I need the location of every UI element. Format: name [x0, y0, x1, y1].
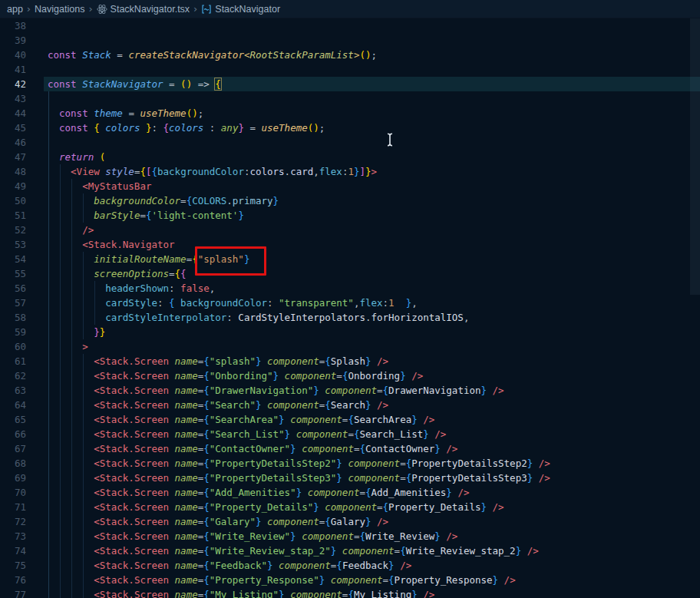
- code-text: <Stack.Screen name={"ContactOwner"} comp…: [48, 441, 457, 456]
- code-line[interactable]: 43: [0, 91, 700, 106]
- code-area[interactable]: 383940const Stack = createStackNavigator…: [0, 18, 700, 598]
- code-text: }}: [48, 325, 105, 339]
- line-number[interactable]: 43: [0, 91, 26, 106]
- line-number[interactable]: 58: [0, 310, 26, 325]
- code-line[interactable]: 49<MyStatusBar: [0, 179, 700, 193]
- line-number[interactable]: 53: [0, 237, 26, 252]
- line-number[interactable]: 46: [0, 135, 26, 150]
- line-number[interactable]: 75: [0, 558, 26, 573]
- line-number[interactable]: 72: [0, 514, 26, 529]
- line-number[interactable]: 64: [0, 398, 26, 412]
- code-line[interactable]: 76<Stack.Screen name={"Property_Response…: [0, 573, 700, 587]
- breadcrumb-label: app: [7, 4, 23, 15]
- breadcrumb-item-navigations[interactable]: Navigations: [35, 4, 84, 15]
- line-number[interactable]: 41: [0, 62, 26, 77]
- line-number[interactable]: 56: [0, 281, 26, 296]
- line-number[interactable]: 50: [0, 193, 26, 208]
- code-line[interactable]: 60>: [0, 339, 700, 354]
- line-number[interactable]: 70: [0, 485, 26, 500]
- line-number[interactable]: 69: [0, 471, 26, 485]
- code-line[interactable]: 50backgroundColor={COLORS.primary}: [0, 193, 700, 208]
- line-number[interactable]: 71: [0, 500, 26, 514]
- code-text: <Stack.Screen name={"Onbording"} compone…: [48, 368, 423, 383]
- code-line[interactable]: 61<Stack.Screen name={"splash"} componen…: [0, 354, 700, 368]
- line-number[interactable]: 44: [0, 106, 26, 121]
- code-line[interactable]: 69<Stack.Screen name={"PropertyDetailsSt…: [0, 471, 700, 485]
- code-line[interactable]: 62<Stack.Screen name={"Onbording"} compo…: [0, 368, 700, 383]
- code-line[interactable]: 56headerShown: false,: [0, 281, 700, 296]
- code-line[interactable]: 66<Stack.Screen name={"Search_List"} com…: [0, 427, 700, 441]
- line-number[interactable]: 48: [0, 164, 26, 179]
- code-text: <Stack.Screen name={"PropertyDetailsStep…: [48, 456, 550, 471]
- code-line[interactable]: 68<Stack.Screen name={"PropertyDetailsSt…: [0, 456, 700, 471]
- scrollbar[interactable]: [690, 18, 700, 295]
- breadcrumb-item-stacknavigator[interactable]: StackNavigator: [201, 4, 280, 15]
- line-number[interactable]: 45: [0, 121, 26, 135]
- code-line[interactable]: 67<Stack.Screen name={"ContactOwner"} co…: [0, 441, 700, 456]
- code-line[interactable]: 52/>: [0, 223, 700, 237]
- line-number[interactable]: 62: [0, 368, 26, 383]
- code-text: cardStyleInterpolator: CardStyleInterpol…: [48, 310, 469, 325]
- line-number[interactable]: 39: [0, 33, 26, 48]
- code-line[interactable]: 48<View style={[{backgroundColor:colors.…: [0, 164, 700, 179]
- code-text: >: [48, 339, 88, 354]
- line-number[interactable]: 57: [0, 296, 26, 310]
- breadcrumb-label: StackNavigator.tsx: [111, 4, 190, 15]
- code-line[interactable]: 72<Stack.Screen name={"Galary"} componen…: [0, 514, 700, 529]
- code-line[interactable]: 54initialRouteName={"splash"}: [0, 252, 700, 266]
- code-text: <Stack.Screen name={"Search_List"} compo…: [48, 427, 446, 441]
- code-line[interactable]: 47return (: [0, 150, 700, 164]
- line-number[interactable]: 68: [0, 456, 26, 471]
- line-number[interactable]: 51: [0, 208, 26, 223]
- line-number[interactable]: 60: [0, 339, 26, 354]
- code-line[interactable]: 57cardStyle: { backgroundColor: "transpa…: [0, 296, 700, 310]
- code-line[interactable]: 77<Stack.Screen name={"My_Listing"} comp…: [0, 587, 700, 598]
- code-line[interactable]: 74<Stack.Screen name={"Write_Review_stap…: [0, 543, 700, 558]
- line-number[interactable]: 76: [0, 573, 26, 587]
- code-line[interactable]: 58cardStyleInterpolator: CardStyleInterp…: [0, 310, 700, 325]
- code-text: />: [48, 223, 94, 237]
- code-text: <Stack.Screen name={"DrawerNavigation"} …: [48, 383, 504, 398]
- code-line[interactable]: 41: [0, 62, 700, 77]
- breadcrumb-item-stacknavigator-tsx[interactable]: StackNavigator.tsx: [97, 4, 190, 15]
- code-line[interactable]: 45const { colors }: {colors : any} = use…: [0, 121, 700, 135]
- line-number[interactable]: 52: [0, 223, 26, 237]
- code-line[interactable]: 44const theme = useTheme();: [0, 106, 700, 121]
- code-line[interactable]: 75<Stack.Screen name={"Feedback"} compon…: [0, 558, 700, 573]
- line-number[interactable]: 66: [0, 427, 26, 441]
- code-line[interactable]: 64<Stack.Screen name={"Search"} componen…: [0, 398, 700, 412]
- code-text: <Stack.Screen name={"Property_Response"}…: [48, 573, 516, 587]
- line-number[interactable]: 73: [0, 529, 26, 543]
- line-number[interactable]: 47: [0, 150, 26, 164]
- line-number[interactable]: 74: [0, 543, 26, 558]
- code-editor[interactable]: 383940const Stack = createStackNavigator…: [0, 18, 700, 598]
- code-line[interactable]: 55screenOptions={{: [0, 266, 700, 281]
- code-line[interactable]: 63<Stack.Screen name={"DrawerNavigation"…: [0, 383, 700, 398]
- code-line[interactable]: 40const Stack = createStackNavigator<Roo…: [0, 48, 700, 62]
- code-line[interactable]: 39: [0, 33, 700, 48]
- line-number[interactable]: 38: [0, 18, 26, 33]
- line-number[interactable]: 61: [0, 354, 26, 368]
- code-line[interactable]: 70<Stack.Screen name={"Add_Amenities"} c…: [0, 485, 700, 500]
- line-number[interactable]: 54: [0, 252, 26, 266]
- code-line[interactable]: 71<Stack.Screen name={"Property_Details"…: [0, 500, 700, 514]
- code-line[interactable]: 73<Stack.Screen name={"Write_Review"} co…: [0, 529, 700, 543]
- code-line[interactable]: 59}}: [0, 325, 700, 339]
- line-number[interactable]: 77: [0, 587, 26, 598]
- line-number[interactable]: 40: [0, 48, 26, 62]
- code-line[interactable]: 46: [0, 135, 700, 150]
- code-line[interactable]: 65<Stack.Screen name={"SearchArea"} comp…: [0, 412, 700, 427]
- code-line[interactable]: 42const StackNavigator = () => {: [0, 77, 700, 91]
- line-number[interactable]: 67: [0, 441, 26, 456]
- line-number[interactable]: 59: [0, 325, 26, 339]
- line-number[interactable]: 65: [0, 412, 26, 427]
- line-number[interactable]: 63: [0, 383, 26, 398]
- line-number[interactable]: 49: [0, 179, 26, 193]
- code-line[interactable]: 53<Stack.Navigator: [0, 237, 700, 252]
- breadcrumb-item-app[interactable]: app: [7, 4, 23, 15]
- code-text: <Stack.Screen name={"Search"} component=…: [48, 398, 388, 412]
- line-number[interactable]: 55: [0, 266, 26, 281]
- code-line[interactable]: 51barStyle={'light-content'}: [0, 208, 700, 223]
- line-number[interactable]: 42: [0, 77, 26, 91]
- code-line[interactable]: 38: [0, 18, 700, 33]
